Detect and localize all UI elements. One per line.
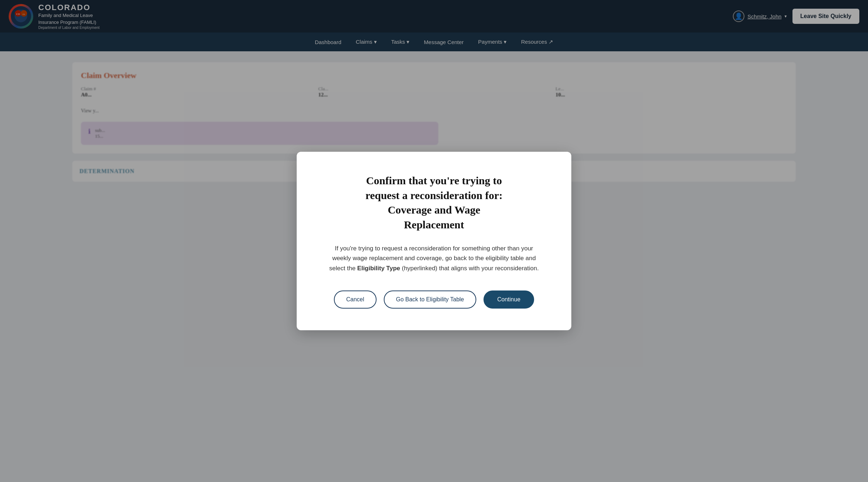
go-back-eligibility-button[interactable]: Go Back to Eligibility Table [384, 291, 476, 309]
modal-dialog: Confirm that you're trying to request a … [297, 152, 571, 330]
continue-button[interactable]: Continue [484, 291, 534, 309]
modal-body-text: If you're trying to request a reconsider… [326, 244, 542, 273]
modal-actions: Cancel Go Back to Eligibility Table Cont… [326, 291, 542, 309]
modal-title: Confirm that you're trying to request a … [326, 173, 542, 232]
cancel-button[interactable]: Cancel [334, 291, 377, 309]
modal-overlay: Confirm that you're trying to request a … [0, 0, 868, 482]
